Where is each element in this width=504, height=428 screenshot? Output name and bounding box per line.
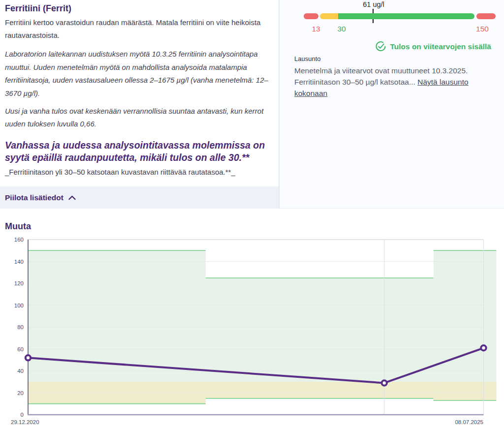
- result-value-label: 61 ug/l: [344, 0, 403, 8]
- chevron-up-icon: [68, 195, 76, 200]
- hide-details-button[interactable]: Piilota lisätiedot: [0, 186, 279, 209]
- hide-details-label: Piilota lisätiedot: [5, 193, 63, 202]
- reference-band-caution: [434, 382, 497, 400]
- y-axis-tick-label: 60: [17, 346, 24, 352]
- statement-section: Lausunto Menetelmä ja viitearvot ovat mu…: [294, 55, 501, 99]
- gauge-high-critical-segment: [476, 13, 496, 19]
- deficiency-warning: Vanhassa ja uudessa analysointitavassa m…: [5, 139, 273, 164]
- y-axis-tick-label: 100: [14, 303, 24, 308]
- data-point-marker[interactable]: [481, 345, 486, 350]
- status-text: Tulos on viitearvojen sisällä: [390, 42, 491, 51]
- sufficiency-footnote: _Ferritiinitason yli 30–50 katsotaan kuv…: [5, 167, 271, 178]
- y-axis-tick-label: 120: [14, 280, 24, 286]
- statement-text-line2: Ferritiinitason 30–50 µg/l katsotaa...: [294, 78, 415, 86]
- gauge-caution-segment: [320, 13, 338, 19]
- info-panel: Ferritiini (Ferrit) Ferritiini kertoo va…: [0, 0, 279, 209]
- y-axis-tick-label: 140: [14, 259, 24, 265]
- result-panel: 61 ug/l 13 30 150 Tulos on viitearvojen …: [279, 0, 504, 209]
- x-axis-start-label: 29.12.2020: [11, 419, 39, 425]
- y-axis-tick-label: 160: [14, 237, 24, 243]
- reference-band-caution: [206, 382, 434, 398]
- reference-band-normal: [434, 250, 497, 400]
- gauge-tick-13: 13: [312, 25, 320, 33]
- statement-text-line1: Menetelmä ja viitearvot ovat muuttuneet …: [294, 65, 501, 76]
- y-axis-tick-label: 0: [21, 412, 24, 418]
- gauge-low-critical-segment: [304, 13, 318, 19]
- result-detail-card: Ferritiini (Ferrit) Ferritiini kertoo va…: [0, 0, 504, 209]
- check-circle-icon: [376, 41, 386, 52]
- status-row: Tulos on viitearvojen sisällä: [376, 41, 491, 52]
- ferritin-history-chart: 02040608010012014016029.12.202008.07.202…: [0, 235, 504, 428]
- data-point-marker[interactable]: [26, 355, 31, 360]
- analyte-title: Ferritiini (Ferrit): [5, 2, 267, 14]
- x-axis-end-label: 08.07.2025: [455, 419, 483, 425]
- gauge-normal-segment: [338, 13, 474, 19]
- analyte-description: Ferritiini kertoo varastoidun raudan mää…: [5, 16, 271, 42]
- method-change-note: Laboratorion laitekannan uudistuksen myö…: [5, 48, 271, 100]
- gauge-tick-150: 150: [476, 25, 489, 33]
- y-axis-tick-label: 20: [17, 390, 24, 396]
- comparison-note: Uusi ja vanha tulos ovat keskenään verra…: [5, 105, 271, 130]
- gauge-tick-30: 30: [337, 25, 346, 33]
- chart-section-title: Muuta: [5, 221, 31, 232]
- y-axis-tick-label: 80: [17, 324, 24, 330]
- statement-label: Lausunto: [294, 55, 501, 62]
- data-point-marker[interactable]: [382, 380, 387, 385]
- y-axis-tick-label: 40: [17, 368, 24, 374]
- reference-band-normal: [206, 278, 434, 398]
